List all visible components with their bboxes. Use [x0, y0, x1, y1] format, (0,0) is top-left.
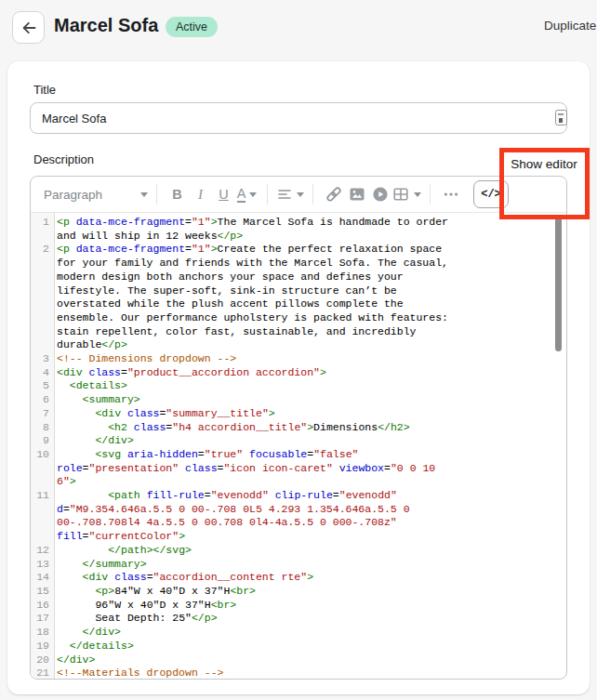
code-line[interactable]: 12 </path></svg>	[31, 544, 566, 558]
code-line-content: <div class="accordion__content rte">	[57, 571, 457, 585]
code-line[interactable]: 14 <div class="accordion__content rte">	[31, 571, 566, 585]
page-title: Marcel Sofa	[54, 15, 158, 36]
code-line-content: 96"W x 40"D x 37"H<br>	[57, 599, 457, 613]
code-line[interactable]: 9 </div>	[31, 434, 566, 448]
line-number: 8	[31, 421, 49, 435]
image-button[interactable]	[345, 181, 368, 207]
duplicate-button[interactable]: Duplicate	[544, 19, 597, 33]
code-line-content: <p>84"W x 40"D x 37"H<br>	[57, 585, 457, 599]
line-number: 15	[31, 585, 49, 599]
toolbar-divider	[267, 184, 268, 205]
code-line-content: <!-- Dimensions dropdown -->	[57, 352, 457, 366]
paragraph-style-label: Paragraph	[44, 188, 102, 202]
code-line-content: <p data-mce-fragment="1">The Marcel Sofa…	[57, 216, 457, 243]
table-button[interactable]	[391, 181, 421, 207]
link-icon	[325, 185, 343, 204]
line-number: 17	[31, 612, 49, 626]
code-line[interactable]: 6 <summary>	[31, 393, 566, 407]
code-icon: </>	[481, 188, 501, 201]
description-label: Description	[33, 152, 94, 166]
line-number: 12	[31, 544, 49, 558]
code-line[interactable]: 10 <svg aria-hidden="true" focusable="fa…	[31, 448, 566, 489]
code-line[interactable]: 17 Seat Depth: 25"</p>	[31, 612, 566, 626]
code-line-content: <path fill-rule="evenodd" clip-rule="eve…	[57, 489, 457, 544]
toolbar-divider	[312, 184, 313, 205]
line-number: 4	[31, 366, 49, 380]
underline-button[interactable]: U	[212, 181, 235, 207]
code-line[interactable]: 19 </details>	[31, 640, 566, 654]
chevron-down-icon	[297, 192, 304, 197]
align-left-icon	[276, 186, 293, 203]
toolbar-divider	[430, 184, 431, 205]
code-line-content: <details>	[57, 379, 457, 393]
code-editor[interactable]: 1<p data-mce-fragment="1">The Marcel Sof…	[31, 213, 566, 679]
video-button[interactable]	[368, 181, 391, 207]
table-icon	[391, 185, 410, 204]
line-number: 19	[31, 640, 49, 654]
code-line[interactable]: 5 <details>	[31, 379, 566, 393]
show-editor-button[interactable]: </>	[473, 180, 509, 208]
line-number: 1	[31, 216, 49, 243]
line-number: 11	[31, 489, 49, 544]
code-line-content: <div class="summary__title">	[57, 407, 457, 421]
code-line-content: <div class="product__accordion accordion…	[57, 366, 457, 380]
line-number: 18	[31, 626, 49, 640]
code-line[interactable]: 15 <p>84"W x 40"D x 37"H<br>	[31, 585, 566, 599]
paragraph-style-select[interactable]: Paragraph	[44, 188, 148, 202]
code-line[interactable]: 13 </summary>	[31, 558, 566, 572]
code-line[interactable]: 11 <path fill-rule="evenodd" clip-rule="…	[31, 489, 566, 544]
bold-button[interactable]: B	[166, 181, 189, 207]
more-options-button[interactable]	[439, 181, 462, 207]
code-line[interactable]: 18 </div>	[31, 626, 566, 640]
code-line-content: </path></svg>	[57, 544, 457, 558]
alignment-button[interactable]	[276, 181, 304, 207]
autofill-extension-icon[interactable]	[555, 110, 567, 125]
code-line-content: </details>	[57, 640, 457, 654]
title-input[interactable]	[30, 102, 567, 134]
line-number: 13	[31, 558, 49, 572]
line-number: 16	[31, 599, 49, 613]
page: { "header": { "title": "Marcel Sofa", "s…	[0, 0, 597, 700]
more-options-icon	[442, 185, 460, 204]
code-line[interactable]: 8 <h2 class="h4 accordion__title">Dimens…	[31, 421, 566, 435]
text-color-button[interactable]: A	[235, 181, 259, 207]
code-line-content: Seat Depth: 25"</p>	[57, 612, 457, 626]
rich-text-editor: Paragraph B I U A	[30, 176, 567, 680]
code-line[interactable]: 1<p data-mce-fragment="1">The Marcel Sof…	[31, 216, 566, 243]
line-number: 6	[31, 393, 49, 407]
editor-toolbar: Paragraph B I U A	[31, 177, 566, 213]
line-number: 21	[31, 667, 49, 679]
code-line[interactable]: 16 96"W x 40"D x 37"H<br>	[31, 599, 566, 613]
chevron-down-icon	[249, 192, 257, 197]
line-number: 7	[31, 407, 49, 421]
code-line[interactable]: 2<p data-mce-fragment="1">Create the per…	[31, 243, 566, 352]
code-line[interactable]: 3<!-- Dimensions dropdown -->	[31, 352, 566, 366]
code-lines: 1<p data-mce-fragment="1">The Marcel Sof…	[31, 213, 566, 679]
line-number: 9	[31, 434, 49, 448]
back-button[interactable]	[12, 11, 45, 44]
line-number: 5	[31, 379, 49, 393]
code-line-content: <!--Materials dropdown -->	[57, 667, 457, 679]
toolbar-divider	[156, 184, 157, 205]
italic-button[interactable]: I	[189, 181, 212, 207]
code-line[interactable]: 20</div>	[31, 654, 566, 667]
chevron-down-icon	[140, 192, 148, 197]
show-editor-tooltip: Show editor	[503, 152, 585, 175]
scrollbar-thumb[interactable]	[555, 216, 562, 351]
line-number: 20	[31, 654, 49, 667]
status-badge: Active	[166, 17, 218, 37]
line-number: 3	[31, 352, 49, 366]
line-number: 2	[31, 243, 49, 352]
code-line[interactable]: 7 <div class="summary__title">	[31, 407, 566, 421]
back-arrow-icon	[20, 19, 38, 37]
code-line-content: <summary>	[57, 393, 457, 407]
code-line-content: <h2 class="h4 accordion__title">Dimensio…	[57, 421, 457, 435]
header: Marcel Sofa Active Duplicate	[0, 0, 597, 54]
code-line-content: </summary>	[57, 558, 457, 572]
code-line[interactable]: 21<!--Materials dropdown -->	[31, 667, 566, 679]
link-button[interactable]	[322, 181, 345, 207]
code-line[interactable]: 4<div class="product__accordion accordio…	[31, 366, 566, 380]
line-number: 10	[31, 448, 49, 489]
duplicate-label: Duplicate	[544, 19, 597, 33]
line-number: 14	[31, 571, 49, 585]
